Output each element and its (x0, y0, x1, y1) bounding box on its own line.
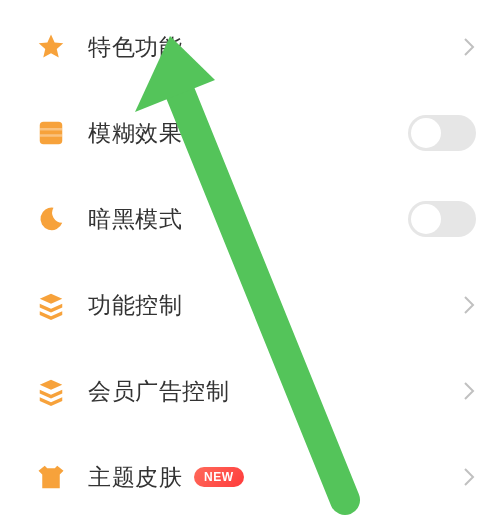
stack-icon (36, 290, 66, 320)
row-featured[interactable]: 特色功能 (0, 4, 500, 90)
row-label: 特色功能 (88, 32, 182, 63)
row-label: 功能控制 (88, 290, 182, 321)
row-help[interactable]: 帮助中心 (0, 520, 500, 524)
svg-rect-2 (40, 134, 63, 137)
row-ad-control[interactable]: 会员广告控制 (0, 348, 500, 434)
svg-rect-1 (40, 128, 63, 131)
chevron-right-icon (462, 465, 476, 489)
menu-list: 特色功能 模糊效果 暗黑模式 (0, 0, 500, 524)
shirt-icon (36, 462, 66, 492)
row-label: 会员广告控制 (88, 376, 229, 407)
toggle-knob (411, 118, 441, 148)
chevron-right-icon (462, 379, 476, 403)
settings-menu: 特色功能 模糊效果 暗黑模式 (0, 0, 500, 524)
star-icon (36, 32, 66, 62)
chevron-right-icon (462, 35, 476, 59)
moon-icon (36, 204, 66, 234)
row-label: 主题皮肤 (88, 462, 182, 493)
row-label: 暗黑模式 (88, 204, 182, 235)
layers-icon (36, 118, 66, 148)
row-label: 模糊效果 (88, 118, 182, 149)
row-blur[interactable]: 模糊效果 (0, 90, 500, 176)
toggle-blur[interactable] (408, 115, 476, 151)
row-theme[interactable]: 主题皮肤 NEW (0, 434, 500, 520)
row-feature-control[interactable]: 功能控制 (0, 262, 500, 348)
chevron-right-icon (462, 293, 476, 317)
new-badge: NEW (194, 467, 244, 487)
row-dark-mode[interactable]: 暗黑模式 (0, 176, 500, 262)
stack-icon (36, 376, 66, 406)
toggle-dark[interactable] (408, 201, 476, 237)
svg-rect-0 (40, 122, 63, 145)
toggle-knob (411, 204, 441, 234)
